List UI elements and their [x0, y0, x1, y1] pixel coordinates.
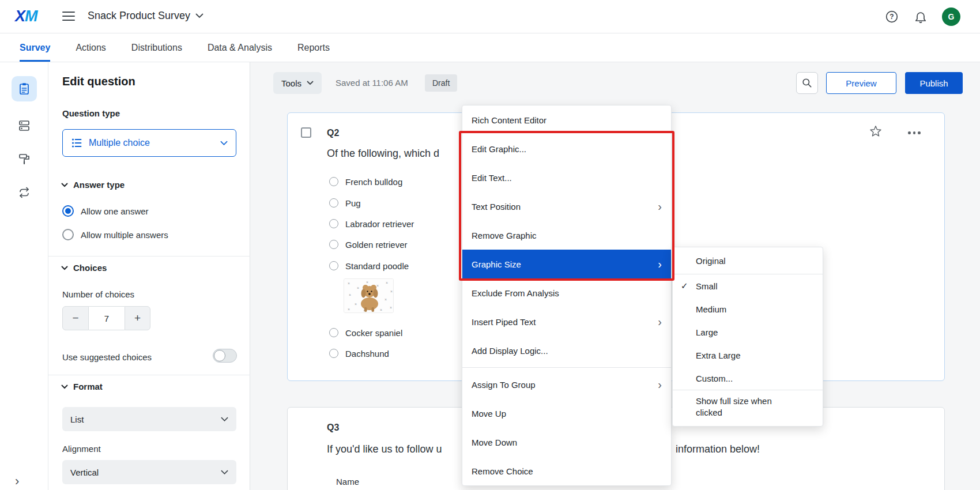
- alignment-select[interactable]: Vertical: [62, 460, 236, 484]
- submenu-item-large[interactable]: Large: [673, 321, 823, 344]
- app-root: XM Snack Product Survey ? G Survey Actio…: [0, 0, 980, 490]
- menu-item-text-position[interactable]: Text Position›: [462, 192, 671, 221]
- choices-section-header[interactable]: Choices: [61, 263, 107, 273]
- radio-icon[interactable]: [329, 240, 338, 249]
- radio-icon[interactable]: [329, 261, 338, 270]
- builder-rail-button[interactable]: [12, 76, 37, 101]
- star-icon: [869, 125, 883, 138]
- choice-label: Pug: [345, 198, 361, 208]
- menu-item-label: Edit Graphic...: [472, 144, 662, 154]
- menu-item-remove-choice[interactable]: Remove Choice: [462, 457, 671, 485]
- survey-title-dropdown[interactable]: Snack Product Survey: [88, 10, 203, 22]
- submenu-item-extra-large[interactable]: Extra Large: [673, 344, 823, 367]
- menu-item-edit-text[interactable]: Edit Text...: [462, 163, 671, 192]
- submenu-item-custom[interactable]: Custom...: [673, 367, 823, 390]
- chevron-down-icon: [221, 470, 228, 475]
- question-text-left: If you'd like us to follow u: [327, 443, 442, 455]
- answer-type-label: Answer type: [73, 180, 125, 190]
- submenu-item-original[interactable]: Original: [673, 247, 823, 274]
- allow-one-answer-option[interactable]: Allow one answer: [62, 205, 149, 217]
- collapse-panel-chevron-icon[interactable]: ›: [15, 474, 19, 489]
- submenu-item-label: Original: [696, 256, 726, 266]
- draft-label: Draft: [432, 78, 450, 88]
- number-of-choices-value: 7: [89, 306, 125, 330]
- format-select[interactable]: List: [62, 407, 236, 431]
- avatar[interactable]: G: [942, 7, 960, 26]
- toggle-knob: [214, 350, 225, 361]
- tab-survey[interactable]: Survey: [20, 33, 50, 62]
- radio-selected-icon[interactable]: [62, 205, 74, 217]
- choice-row[interactable]: Labrador retriever: [329, 217, 414, 231]
- radio-icon[interactable]: [329, 177, 338, 186]
- tools-button[interactable]: Tools: [273, 72, 322, 94]
- menu-item-move-up[interactable]: Move Up: [462, 399, 671, 428]
- chevron-down-icon: [61, 266, 68, 270]
- menu-item-insert-piped-text[interactable]: Insert Piped Text›: [462, 307, 671, 336]
- question-id: Q3: [327, 423, 339, 433]
- choice-label: Labrador retriever: [345, 219, 414, 229]
- svg-text:×: ×: [390, 289, 393, 293]
- tab-data-analysis[interactable]: Data & Analysis: [208, 33, 272, 62]
- tab-reports[interactable]: Reports: [297, 33, 330, 62]
- allow-multiple-answers-option[interactable]: Allow multiple answers: [62, 229, 168, 240]
- notifications-button[interactable]: [913, 9, 928, 24]
- submenu-item-medium[interactable]: Medium: [673, 297, 823, 321]
- standard-poodle-image[interactable]: ××××× ××××× ×××: [344, 278, 394, 313]
- logo-x: X: [15, 7, 25, 25]
- paint-roller-icon: [17, 152, 31, 166]
- submenu-item-show-full-size[interactable]: Show full size when clicked: [673, 390, 823, 426]
- menu-item-move-down[interactable]: Move Down: [462, 428, 671, 457]
- choice-row[interactable]: Pug: [329, 196, 361, 210]
- autosave-status: Saved at 11:06 AM: [336, 78, 408, 88]
- menu-item-assign-to-group[interactable]: Assign To Group›: [462, 370, 671, 399]
- radio-icon[interactable]: [329, 198, 338, 208]
- star-question-button[interactable]: [869, 125, 883, 138]
- publish-button[interactable]: Publish: [905, 72, 963, 94]
- radio-icon[interactable]: [329, 328, 338, 337]
- submenu-item-small[interactable]: ✓Small: [673, 274, 823, 297]
- choice-row[interactable]: Cocker spaniel: [329, 326, 402, 340]
- look-feel-rail-button[interactable]: [12, 146, 37, 172]
- question-checkbox[interactable]: [301, 127, 311, 138]
- survey-flow-rail-button[interactable]: [12, 180, 37, 205]
- more-options-button[interactable]: [906, 129, 923, 137]
- menu-item-remove-graphic[interactable]: Remove Graphic: [462, 221, 671, 250]
- radio-icon[interactable]: [329, 219, 338, 228]
- help-button[interactable]: ?: [884, 9, 899, 24]
- choice-row[interactable]: Dachshund: [329, 346, 389, 360]
- tab-label: Distributions: [131, 43, 182, 53]
- checkmark-icon: ✓: [681, 281, 688, 291]
- dog-photo-graphic: ××××× ××××× ×××: [344, 279, 394, 313]
- hamburger-menu-icon[interactable]: [62, 12, 75, 21]
- menu-item-rich-content-editor[interactable]: Rich Content Editor: [462, 105, 671, 134]
- search-button[interactable]: [796, 72, 818, 94]
- menu-item-label: Add Display Logic...: [472, 346, 662, 356]
- choice-row[interactable]: Standard poodle: [329, 259, 409, 273]
- menu-item-graphic-size[interactable]: Graphic Size›: [462, 250, 671, 278]
- choice-row[interactable]: French bulldog: [329, 175, 402, 189]
- radio-unselected-icon[interactable]: [62, 229, 74, 240]
- chevron-right-icon: ›: [658, 201, 662, 212]
- menu-item-add-display-logic[interactable]: Add Display Logic...: [462, 336, 671, 365]
- decrease-choices-button[interactable]: −: [62, 306, 89, 330]
- preview-button[interactable]: Preview: [826, 72, 896, 94]
- format-section-header[interactable]: Format: [61, 382, 103, 391]
- choice-label: French bulldog: [345, 177, 402, 187]
- tab-actions[interactable]: Actions: [76, 33, 105, 62]
- search-icon: [801, 77, 813, 89]
- choice-row[interactable]: Golden retriever: [329, 238, 408, 251]
- choice-label: Cocker spaniel: [345, 328, 402, 338]
- answer-type-section-header[interactable]: Answer type: [61, 180, 125, 190]
- menu-item-edit-graphic[interactable]: Edit Graphic...: [462, 134, 671, 163]
- menu-item-exclude-from-analysis[interactable]: Exclude From Analysis: [462, 278, 671, 307]
- suggested-choices-toggle[interactable]: [213, 349, 237, 363]
- radio-icon[interactable]: [329, 349, 338, 358]
- blocks-rail-button[interactable]: [12, 113, 37, 138]
- use-suggested-choices-label: Use suggested choices: [62, 352, 152, 362]
- tab-distributions[interactable]: Distributions: [131, 33, 182, 62]
- tab-label: Data & Analysis: [208, 43, 272, 53]
- number-of-choices-label: Number of choices: [62, 289, 134, 299]
- edit-question-panel: Edit question Question type Multiple cho…: [48, 62, 250, 490]
- question-type-select[interactable]: Multiple choice: [62, 129, 236, 157]
- increase-choices-button[interactable]: +: [125, 306, 150, 330]
